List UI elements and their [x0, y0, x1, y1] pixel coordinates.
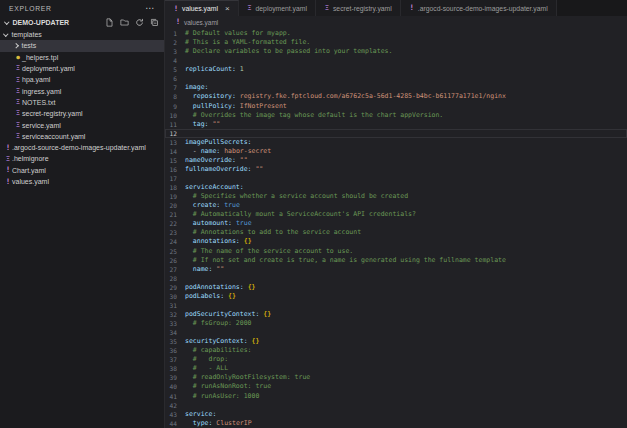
- line-number: 44: [165, 419, 185, 428]
- token-com: # Annotations to add to the service acco…: [193, 228, 361, 236]
- code-line-18[interactable]: 18serviceAccount:: [165, 183, 627, 192]
- token-plain: [185, 382, 193, 390]
- file-warn-yaml-icon: !: [409, 4, 415, 12]
- new-folder-icon[interactable]: [120, 18, 129, 27]
- code-line-35[interactable]: 35securityContext: {}: [165, 337, 627, 346]
- tree-file-hpa-yaml[interactable]: Ξhpa.yaml: [0, 74, 164, 85]
- code-line-39[interactable]: 39 # readOnlyRootFilesystem: true: [165, 373, 627, 382]
- code-line-19[interactable]: 19 # Specifies whether a service account…: [165, 192, 627, 201]
- tree-file--helmignore[interactable]: Ξ.helmignore: [0, 153, 164, 164]
- code-line-21[interactable]: 21 # Automatically mount a ServiceAccoun…: [165, 210, 627, 219]
- collapse-all-icon[interactable]: [150, 18, 159, 27]
- code-line-31[interactable]: 31: [165, 301, 627, 310]
- code-line-7[interactable]: 7image:: [165, 83, 627, 92]
- code-line-10[interactable]: 10 # Overrides the image tag whose defau…: [165, 111, 627, 120]
- code-line-14[interactable]: 14 - name: habor-secret: [165, 147, 627, 156]
- tree-file-deployment-yaml[interactable]: Ξdeployment.yaml: [0, 63, 164, 74]
- tree-file-service-yaml[interactable]: Ξservice.yaml: [0, 119, 164, 130]
- code-line-4[interactable]: 4: [165, 56, 627, 65]
- new-file-icon[interactable]: [105, 18, 114, 27]
- line-content: # This is a YAML-formatted file.: [185, 38, 310, 47]
- code-line-16[interactable]: 16fullnameOverride: "": [165, 165, 627, 174]
- code-line-23[interactable]: 23 # Annotations to add to the service a…: [165, 228, 627, 237]
- tree-file--helpers-tpl[interactable]: ●_helpers.tpl: [0, 52, 164, 63]
- tree-file-values-yaml[interactable]: !values.yaml: [0, 176, 164, 187]
- token-com: # The name of the service account to use…: [193, 247, 353, 255]
- tree-folder-tests[interactable]: tests: [0, 40, 164, 51]
- code-line-5[interactable]: 5replicaCount: 1: [165, 65, 627, 74]
- token-com: # capabilities:: [193, 346, 252, 354]
- code-line-34[interactable]: 34: [165, 328, 627, 337]
- code-line-15[interactable]: 15nameOverride: "": [165, 156, 627, 165]
- token-plain: [185, 201, 193, 209]
- tree-file-serviceaccount-yaml[interactable]: Ξserviceaccount.yaml: [0, 131, 164, 142]
- token-com: # Overrides the image tag whose default …: [193, 111, 443, 119]
- tree-folder-templates[interactable]: templates: [0, 29, 164, 40]
- line-number: 26: [165, 256, 185, 265]
- line-number: 40: [165, 382, 185, 391]
- code-line-20[interactable]: 20 create: true: [165, 201, 627, 210]
- token-plain: [185, 111, 193, 119]
- line-content: # Overrides the image tag whose default …: [185, 111, 443, 120]
- code-line-33[interactable]: 33 # fsGroup: 2000: [165, 319, 627, 328]
- tab--argocd-source-demo-images-updater-yaml[interactable]: !.argocd-source-demo-images-updater.yaml: [401, 0, 557, 16]
- code-line-3[interactable]: 3# Declare variables to be passed into y…: [165, 47, 627, 56]
- explorer-header: EXPLORER ⋯: [0, 0, 164, 16]
- refresh-icon[interactable]: [135, 18, 144, 27]
- code-line-9[interactable]: 9 pullPolicy: IfNotPresent: [165, 102, 627, 111]
- code-line-36[interactable]: 36 # capabilities:: [165, 346, 627, 355]
- code-line-26[interactable]: 26 # If not set and create is true, a na…: [165, 256, 627, 265]
- tree-file-ingress-yaml[interactable]: Ξingress.yaml: [0, 85, 164, 96]
- code-line-24[interactable]: 24 annotations: {}: [165, 237, 627, 246]
- tab-deployment-yaml[interactable]: Ξdeployment.yaml: [239, 0, 316, 16]
- line-number: 23: [165, 228, 185, 237]
- code-line-44[interactable]: 44 type: ClusterIP: [165, 419, 627, 428]
- code-line-42[interactable]: 42: [165, 401, 627, 410]
- token-plain: [185, 192, 193, 200]
- tab-values-yaml[interactable]: !values.yaml×: [165, 0, 239, 16]
- code-line-37[interactable]: 37 # drop:: [165, 355, 627, 364]
- tab-label: deployment.yaml: [256, 5, 307, 12]
- code-line-2[interactable]: 2# This is a YAML-formatted file.: [165, 38, 627, 47]
- close-icon[interactable]: ×: [225, 5, 230, 13]
- workspace-root-label: DEMO-UPDATER: [13, 19, 70, 26]
- token-str: registry.fke.fptcloud.com/a6762c5a-56d1-…: [240, 92, 506, 100]
- code-line-13[interactable]: 13imagePullSecrets:: [165, 138, 627, 147]
- chevron-down-icon: [4, 19, 9, 24]
- line-number: 31: [165, 301, 185, 310]
- code-line-17[interactable]: 17: [165, 174, 627, 183]
- code-line-25[interactable]: 25 # The name of the service account to …: [165, 247, 627, 256]
- tree-file--argocd-source-demo-images-updater-yaml[interactable]: !.argocd-source-demo-images-updater.yaml: [0, 142, 164, 153]
- code-line-11[interactable]: 11 tag: "": [165, 120, 627, 129]
- code-line-29[interactable]: 29podAnnotations: {}: [165, 283, 627, 292]
- workspace-root-row[interactable]: DEMO-UPDATER: [0, 16, 164, 29]
- tree-file-notes-txt[interactable]: ΞNOTES.txt: [0, 97, 164, 108]
- line-content: [185, 401, 189, 410]
- code-line-32[interactable]: 32podSecurityContext: {}: [165, 310, 627, 319]
- tree-file-secret-registry-yaml[interactable]: Ξsecret-registry.yaml: [0, 108, 164, 119]
- code-line-40[interactable]: 40 # runAsNonRoot: true: [165, 382, 627, 391]
- code-line-22[interactable]: 22 automount: true: [165, 219, 627, 228]
- code-line-43[interactable]: 43service:: [165, 410, 627, 419]
- line-number: 20: [165, 201, 185, 210]
- code-line-12[interactable]: 12: [165, 129, 627, 138]
- code-line-28[interactable]: 28: [165, 274, 627, 283]
- tree-item-label: tests: [22, 42, 37, 49]
- code-editor[interactable]: 1# Default values for myapp.2# This is a…: [165, 28, 627, 428]
- breadcrumb[interactable]: ! values.yaml: [165, 16, 627, 28]
- code-line-41[interactable]: 41 # runAsUser: 1000: [165, 392, 627, 401]
- code-line-30[interactable]: 30podLabels: {}: [165, 292, 627, 301]
- code-line-38[interactable]: 38 # - ALL: [165, 364, 627, 373]
- tree-item-label: hpa.yaml: [22, 76, 50, 83]
- tab-secret-registry-yaml[interactable]: Ξsecret-registry.yaml: [316, 0, 401, 16]
- code-line-27[interactable]: 27 name: "": [165, 265, 627, 274]
- line-content: # drop:: [185, 355, 228, 364]
- code-line-6[interactable]: 6: [165, 74, 627, 83]
- token-brace: {}: [252, 337, 260, 345]
- code-line-8[interactable]: 8 repository: registry.fke.fptcloud.com/…: [165, 92, 627, 101]
- code-line-1[interactable]: 1# Default values for myapp.: [165, 29, 627, 38]
- line-content: [185, 129, 189, 138]
- more-actions-icon[interactable]: ⋯: [145, 5, 155, 11]
- token-com: # runAsNonRoot: true: [193, 382, 271, 390]
- tree-file-chart-yaml[interactable]: !Chart.yaml: [0, 165, 164, 176]
